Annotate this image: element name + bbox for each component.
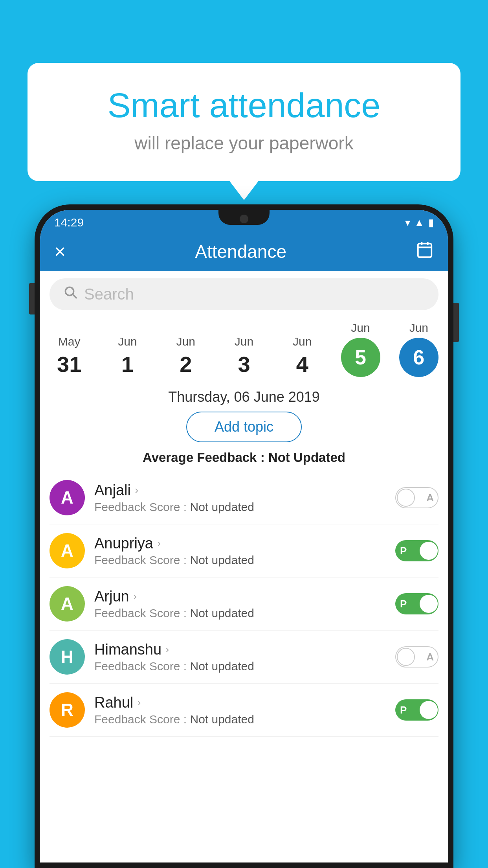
feedback-score-rahul: Feedback Score : Not updated [94, 713, 386, 726]
student-info-himanshu: Himanshu › Feedback Score : Not updated [94, 641, 386, 673]
attendance-toggle-anjali[interactable]: A [395, 487, 438, 508]
avg-feedback: Average Feedback : Not Updated [40, 450, 448, 465]
speech-bubble-title: Smart attendance [59, 86, 429, 125]
student-info-anjali: Anjali › Feedback Score : Not updated [94, 482, 386, 514]
phone-screen: 14:29 ▾ ▲ ▮ × Attendance [40, 210, 448, 862]
attendance-toggle-rahul[interactable]: P [395, 699, 438, 721]
date-col-jun2[interactable]: Jun 2 [162, 335, 209, 377]
phone-notch [218, 210, 270, 225]
student-info-anupriya: Anupriya › Feedback Score : Not updated [94, 535, 386, 567]
feedback-score-himanshu: Feedback Score : Not updated [94, 660, 386, 673]
volume-button [29, 283, 35, 314]
app-bar: × Attendance [40, 232, 448, 271]
avatar-himanshu: H [50, 639, 85, 675]
student-name-rahul: Rahul › [94, 694, 386, 711]
feedback-score-anupriya: Feedback Score : Not updated [94, 554, 386, 567]
add-topic-button[interactable]: Add topic [186, 412, 302, 442]
search-icon [64, 285, 78, 303]
close-button[interactable]: × [54, 240, 66, 263]
app-bar-title: Attendance [66, 241, 416, 262]
student-info-rahul: Rahul › Feedback Score : Not updated [94, 694, 386, 726]
search-input[interactable]: Search [84, 285, 424, 303]
date-col-may31[interactable]: May 31 [46, 335, 93, 377]
student-row-anupriya[interactable]: A Anupriya › Feedback Score : Not update… [50, 524, 438, 577]
student-row-anjali[interactable]: A Anjali › Feedback Score : Not updated … [50, 471, 438, 524]
student-name-anjali: Anjali › [94, 482, 386, 499]
date-col-jun3[interactable]: Jun 3 [220, 335, 268, 377]
date-col-jun4[interactable]: Jun 4 [279, 335, 326, 377]
speech-bubble-subtitle: will replace your paperwork [59, 132, 429, 154]
status-time: 14:29 [54, 216, 84, 229]
chevron-icon: › [157, 537, 161, 550]
signal-icon: ▲ [414, 217, 424, 229]
student-list: A Anjali › Feedback Score : Not updated … [40, 471, 448, 737]
student-name-anupriya: Anupriya › [94, 535, 386, 552]
wifi-icon: ▾ [405, 217, 410, 229]
avatar-arjun: A [50, 586, 85, 622]
calendar-icon[interactable] [416, 241, 434, 263]
student-name-himanshu: Himanshu › [94, 641, 386, 658]
chevron-icon: › [137, 696, 141, 709]
student-name-arjun: Arjun › [94, 588, 386, 605]
date-picker: May 31 Jun 1 Jun 2 Jun 3 Jun 4 Jun [40, 317, 448, 381]
speech-bubble-container: Smart attendance will replace your paper… [28, 63, 460, 181]
chevron-icon: › [135, 484, 138, 497]
date-col-jun1[interactable]: Jun 1 [104, 335, 151, 377]
speech-bubble: Smart attendance will replace your paper… [28, 63, 460, 181]
date-col-jun6[interactable]: Jun 6 [395, 321, 442, 377]
battery-icon: ▮ [428, 217, 434, 229]
student-row-rahul[interactable]: R Rahul › Feedback Score : Not updated P [50, 684, 438, 737]
student-row-himanshu[interactable]: H Himanshu › Feedback Score : Not update… [50, 631, 438, 684]
phone-frame: 14:29 ▾ ▲ ▮ × Attendance [35, 204, 453, 868]
status-icons: ▾ ▲ ▮ [405, 217, 434, 229]
chevron-icon: › [165, 643, 169, 656]
avatar-anjali: A [50, 480, 85, 515]
svg-point-4 [66, 287, 74, 296]
feedback-score-arjun: Feedback Score : Not updated [94, 607, 386, 620]
search-bar[interactable]: Search [50, 278, 438, 310]
selected-date-heading: Thursday, 06 June 2019 [40, 389, 448, 405]
date-col-jun5[interactable]: Jun 5 [337, 321, 384, 377]
attendance-toggle-arjun[interactable]: P [395, 593, 438, 614]
power-button [453, 303, 459, 342]
svg-line-5 [73, 294, 77, 299]
camera-dot [240, 215, 248, 223]
chevron-icon: › [133, 590, 137, 603]
attendance-toggle-himanshu[interactable]: A [395, 646, 438, 668]
svg-rect-0 [418, 244, 432, 257]
student-info-arjun: Arjun › Feedback Score : Not updated [94, 588, 386, 620]
avatar-rahul: R [50, 692, 85, 728]
feedback-score-anjali: Feedback Score : Not updated [94, 500, 386, 514]
attendance-toggle-anupriya[interactable]: P [395, 540, 438, 561]
avatar-anupriya: A [50, 533, 85, 568]
student-row-arjun[interactable]: A Arjun › Feedback Score : Not updated P [50, 577, 438, 631]
